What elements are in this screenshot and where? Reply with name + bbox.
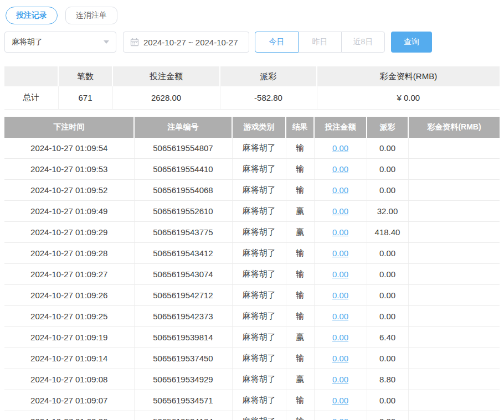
cell-payout: 8.80	[367, 369, 408, 390]
table-row: 2024-10-27 01:09:52 5065619554068 麻将胡了 输…	[4, 180, 500, 201]
table-row: 2024-10-27 01:09:53 5065619554410 麻将胡了 输…	[4, 159, 500, 180]
bet-amount-link[interactable]: 0.00	[332, 227, 348, 237]
bet-amount-link[interactable]: 0.00	[332, 333, 348, 342]
cell-game-type: 麻将胡了	[232, 138, 286, 159]
cell-bet-amount: 0.00	[314, 411, 367, 420]
cell-game-type: 麻将胡了	[232, 243, 286, 264]
cell-bet-id: 5065619552610	[134, 201, 232, 222]
search-button[interactable]: 查询	[391, 32, 432, 53]
cell-payout: 0.00	[367, 243, 408, 264]
cell-bonus	[408, 327, 500, 348]
table-row: 2024-10-27 01:09:28 5065619543412 麻将胡了 输…	[4, 243, 500, 264]
game-select[interactable]: 麻将胡了	[4, 32, 116, 53]
cell-bet-amount: 0.00	[314, 285, 367, 306]
cell-bonus	[408, 243, 500, 264]
table-row: 2024-10-27 01:09:07 5065619534571 麻将胡了 输…	[4, 390, 500, 411]
records-table: 下注时间 注单编号 游戏类别 结果 投注金额 派彩 彩金资料(RMB) 2024…	[4, 117, 500, 420]
cell-bonus	[408, 285, 500, 306]
cell-bet-time: 2024-10-27 01:09:06	[4, 411, 134, 420]
cell-bet-amount: 0.00	[314, 306, 367, 327]
today-button[interactable]: 今日	[255, 32, 299, 53]
cell-bet-time: 2024-10-27 01:09:14	[4, 348, 134, 369]
table-row: 2024-10-27 01:09:27 5065619543074 麻将胡了 输…	[4, 264, 500, 285]
bet-amount-link[interactable]: 0.00	[332, 185, 348, 195]
summary-header-empty	[4, 66, 58, 86]
cell-payout: 32.00	[367, 201, 408, 222]
cell-bet-time: 2024-10-27 01:09:52	[4, 180, 134, 201]
cell-payout: 0.00	[367, 348, 408, 369]
cell-result: 输	[286, 390, 314, 411]
bet-amount-link[interactable]: 0.00	[332, 164, 348, 174]
date-range-value: 2024-10-27 ~ 2024-10-27	[143, 38, 238, 47]
total-bet-amount: 2628.00	[112, 86, 220, 109]
cell-payout: 0.00	[367, 180, 408, 201]
cell-game-type: 麻将胡了	[232, 327, 286, 348]
summary-header-bonus: 彩金资料(RMB)	[317, 66, 500, 86]
cell-game-type: 麻将胡了	[232, 411, 286, 420]
cell-result: 输	[286, 243, 314, 264]
cell-game-type: 麻将胡了	[232, 390, 286, 411]
summary-header-row: 笔数 投注金额 派彩 彩金资料(RMB)	[4, 66, 500, 86]
header-bet-amount: 投注金额	[314, 117, 367, 138]
cell-game-type: 麻将胡了	[232, 159, 286, 180]
cell-result: 输	[286, 411, 314, 420]
bet-amount-link[interactable]: 0.00	[332, 248, 348, 258]
cell-game-type: 麻将胡了	[232, 285, 286, 306]
cell-bet-amount: 0.00	[314, 390, 367, 411]
cell-game-type: 麻将胡了	[232, 222, 286, 243]
date-range-input[interactable]: 2024-10-27 ~ 2024-10-27	[123, 32, 249, 53]
tab-betting-records[interactable]: 投注记录	[6, 7, 58, 24]
table-row: 2024-10-27 01:09:49 5065619552610 麻将胡了 赢…	[4, 201, 500, 222]
cell-bet-amount: 0.00	[314, 222, 367, 243]
tab-cancelled-bets[interactable]: 连消注单	[65, 7, 117, 24]
bet-amount-link[interactable]: 0.00	[332, 417, 348, 420]
cell-game-type: 麻将胡了	[232, 348, 286, 369]
cell-bet-time: 2024-10-27 01:09:08	[4, 369, 134, 390]
cell-bonus	[408, 138, 500, 159]
cell-bet-id: 5065619543412	[134, 243, 232, 264]
summary-table: 笔数 投注金额 派彩 彩金资料(RMB) 总计 671 2628.00 -582…	[4, 66, 500, 110]
yesterday-button[interactable]: 昨日	[298, 32, 342, 53]
bet-amount-link[interactable]: 0.00	[332, 396, 348, 405]
cell-payout: 0.00	[367, 285, 408, 306]
cell-result: 赢	[286, 327, 314, 348]
quick-date-buttons: 今日 昨日 近8日	[255, 32, 385, 53]
table-row: 2024-10-27 01:09:14 5065619537450 麻将胡了 输…	[4, 348, 500, 369]
cell-payout: 0.00	[367, 411, 408, 420]
bet-amount-link[interactable]: 0.00	[332, 312, 348, 321]
summary-total-row: 总计 671 2628.00 -582.80 ¥ 0.00	[4, 86, 500, 109]
betting-records-page: 投注记录 连消注单 麻将胡了 2024-10-27 ~ 2024-10-27 今…	[0, 0, 504, 420]
header-bonus: 彩金资料(RMB)	[408, 117, 500, 138]
bet-amount-link[interactable]: 0.00	[332, 375, 348, 384]
header-payout: 派彩	[367, 117, 408, 138]
bet-amount-link[interactable]: 0.00	[332, 291, 348, 300]
cell-result: 输	[286, 348, 314, 369]
cell-payout: 6.40	[367, 327, 408, 348]
cell-bonus	[408, 411, 500, 420]
cell-bet-time: 2024-10-27 01:09:07	[4, 390, 134, 411]
cell-bet-amount: 0.00	[314, 264, 367, 285]
bet-amount-link[interactable]: 0.00	[332, 143, 348, 153]
summary-header-bet-amount: 投注金额	[112, 66, 220, 86]
cell-bonus	[408, 222, 500, 243]
cell-result: 输	[286, 159, 314, 180]
cell-result: 输	[286, 306, 314, 327]
cell-bet-amount: 0.00	[314, 201, 367, 222]
bet-amount-link[interactable]: 0.00	[332, 354, 348, 363]
last-8-days-button[interactable]: 近8日	[341, 32, 385, 53]
cell-bet-time: 2024-10-27 01:09:25	[4, 306, 134, 327]
table-row: 2024-10-27 01:09:06 5065619534184 麻将胡了 输…	[4, 411, 500, 420]
chevron-down-icon	[104, 40, 109, 44]
cell-bet-amount: 0.00	[314, 348, 367, 369]
cell-game-type: 麻将胡了	[232, 306, 286, 327]
table-row: 2024-10-27 01:09:25 5065619542373 麻将胡了 输…	[4, 306, 500, 327]
total-count: 671	[58, 86, 112, 109]
cell-bonus	[408, 159, 500, 180]
cell-payout: 418.40	[367, 222, 408, 243]
cell-bonus	[408, 264, 500, 285]
filter-bar: 麻将胡了 2024-10-27 ~ 2024-10-27 今日 昨日 近8日 查…	[4, 32, 500, 53]
bet-amount-link[interactable]: 0.00	[332, 269, 348, 279]
cell-result: 输	[286, 285, 314, 306]
bet-amount-link[interactable]: 0.00	[332, 206, 348, 216]
summary-header-count: 笔数	[58, 66, 112, 86]
